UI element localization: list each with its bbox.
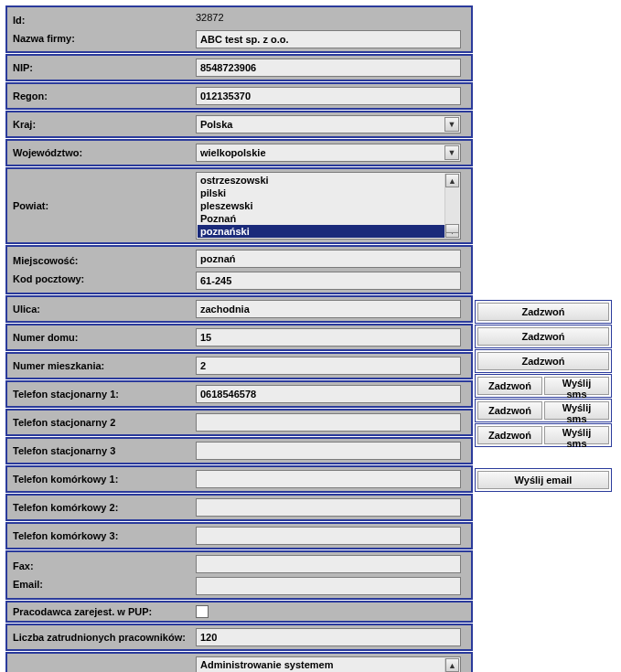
label-street: Ulica: (13, 304, 187, 315)
nip-input[interactable] (196, 59, 461, 77)
label-phone2: Telefon stacjonarny 2 (13, 417, 187, 428)
phone2-input[interactable] (196, 413, 461, 432)
label-company: Nazwa firmy: (13, 33, 187, 44)
scroll-up-icon[interactable]: ▲ (445, 174, 459, 187)
chevron-down-icon: ▼ (444, 145, 459, 160)
row-fax-email: Fax: Email: (5, 550, 473, 600)
label-country: Kraj: (13, 119, 187, 130)
mobile3-actions: Zadzwoń Wyślij sms (475, 423, 612, 447)
label-pup: Pracodawca zarejest. w PUP: (13, 606, 187, 617)
actions-column: Zadzwoń Zadzwoń Zadzwoń Zadzwoń Wyślij s… (475, 5, 612, 672)
label-city: Miejscowość: (13, 255, 187, 266)
label-fax: Fax: (13, 560, 187, 571)
row-mobile2: Telefon komórkowy 2: (5, 494, 473, 521)
row-apt: Numer mieszkania: (5, 352, 473, 379)
list-item[interactable]: Administrowanie systemem (198, 658, 459, 671)
row-house: Numer domu: (5, 324, 473, 351)
label-mobile1: Telefon komórkowy 1: (13, 474, 187, 485)
label-mobile3: Telefon komórkowy 3: (13, 530, 187, 541)
mobile2-input[interactable] (196, 498, 461, 517)
industry-listbox[interactable]: Administrowanie systemem Agencje doradzt… (196, 656, 461, 672)
list-item-selected[interactable]: poznański (198, 225, 459, 238)
phone1-input[interactable] (196, 385, 461, 403)
phone1-actions: Zadzwoń (475, 300, 612, 324)
scroll-up-icon[interactable]: ▲ (445, 658, 459, 672)
label-apt: Numer mieszkania: (13, 360, 187, 371)
mobile1-input[interactable] (196, 470, 461, 488)
sms-button[interactable]: Wyślij sms (544, 377, 609, 395)
sms-button[interactable]: Wyślij sms (544, 426, 609, 444)
label-phone1: Telefon stacjonarny 1: (13, 389, 187, 400)
call-button[interactable]: Zadzwoń (477, 401, 542, 420)
province-select[interactable]: wielkopolskie ▼ (196, 144, 461, 162)
city-input[interactable] (196, 250, 461, 268)
call-button[interactable]: Zadzwoń (477, 352, 609, 370)
row-pup: Pracodawca zarejest. w PUP: (5, 601, 473, 623)
id-value: 32872 (196, 10, 467, 27)
row-province: Województwo: wielkopolskie ▼ (5, 139, 473, 166)
phone3-input[interactable] (196, 442, 461, 460)
send-email-button[interactable]: Wyślij email (477, 471, 609, 489)
mobile1-actions: Zadzwoń Wyślij sms (475, 374, 612, 398)
label-postcode: Kod pocztowy: (13, 273, 187, 284)
postcode-input[interactable] (196, 272, 461, 290)
company-input[interactable] (196, 30, 461, 48)
scrollbar[interactable]: ▲ ▼ (444, 174, 459, 238)
label-nip: NIP: (13, 62, 187, 73)
scrollbar[interactable]: ▲ ▼ (444, 658, 459, 672)
chevron-down-icon: ▼ (444, 117, 459, 132)
call-button[interactable]: Zadzwoń (477, 426, 542, 444)
row-industry: Branża: Administrowanie systemem Agencje… (5, 652, 473, 672)
row-phone3: Telefon stacjonarny 3 (5, 437, 473, 464)
row-phone2: Telefon stacjonarny 2 (5, 409, 473, 436)
row-country: Kraj: Polska ▼ (5, 111, 473, 138)
list-item[interactable]: pleszewski (198, 199, 459, 212)
regon-input[interactable] (196, 87, 461, 105)
apt-input[interactable] (196, 357, 461, 375)
employees-input[interactable] (196, 628, 461, 646)
row-nip: NIP: (5, 54, 473, 81)
label-employees: Liczba zatrudnionych pracowników: (13, 632, 187, 643)
fax-input[interactable] (196, 555, 461, 573)
row-regon: Regon: (5, 82, 473, 110)
label-district: Powiat: (13, 200, 48, 211)
row-mobile3: Telefon komórkowy 3: (5, 522, 473, 549)
mobile2-actions: Zadzwoń Wyślij sms (475, 399, 612, 422)
email-actions: Wyślij email (475, 468, 612, 492)
row-street: Ulica: (5, 295, 473, 323)
phone2-actions: Zadzwoń (475, 325, 612, 348)
form-main-column: Id: Nazwa firmy: 32872 NIP: Regon: Kraj:… (5, 5, 473, 672)
email-input[interactable] (196, 577, 461, 595)
country-select[interactable]: Polska ▼ (196, 115, 461, 133)
label-id: Id: (13, 15, 187, 26)
label-regon: Regon: (13, 91, 187, 101)
list-item[interactable]: pilski (198, 187, 459, 199)
label-house: Numer domu: (13, 332, 187, 343)
label-province: Województwo: (13, 147, 187, 158)
district-listbox[interactable]: ostrzeszowski pilski pleszewski Poznań p… (196, 172, 461, 240)
scroll-thumb[interactable] (445, 224, 459, 233)
list-item[interactable]: Poznań (198, 212, 459, 225)
call-button[interactable]: Zadzwoń (477, 377, 542, 395)
row-phone1: Telefon stacjonarny 1: (5, 380, 473, 408)
house-input[interactable] (196, 328, 461, 347)
label-email: Email: (13, 579, 187, 590)
street-input[interactable] (196, 300, 461, 318)
row-district: Powiat: ostrzeszowski pilski pleszewski … (5, 167, 473, 244)
pup-checkbox[interactable] (196, 605, 209, 618)
phone3-actions: Zadzwoń (475, 349, 612, 373)
row-id-company: Id: Nazwa firmy: 32872 (5, 5, 473, 53)
label-phone3: Telefon stacjonarny 3 (13, 445, 187, 456)
list-item[interactable]: ostrzeszowski (198, 174, 459, 187)
label-mobile2: Telefon komórkowy 2: (13, 502, 187, 513)
mobile3-input[interactable] (196, 527, 461, 545)
call-button[interactable]: Zadzwoń (477, 327, 609, 346)
sms-button[interactable]: Wyślij sms (544, 401, 609, 420)
row-employees: Liczba zatrudnionych pracowników: (5, 624, 473, 651)
row-mobile1: Telefon komórkowy 1: (5, 465, 473, 493)
row-city-post: Miejscowość: Kod pocztowy: (5, 245, 473, 294)
call-button[interactable]: Zadzwoń (477, 303, 609, 321)
